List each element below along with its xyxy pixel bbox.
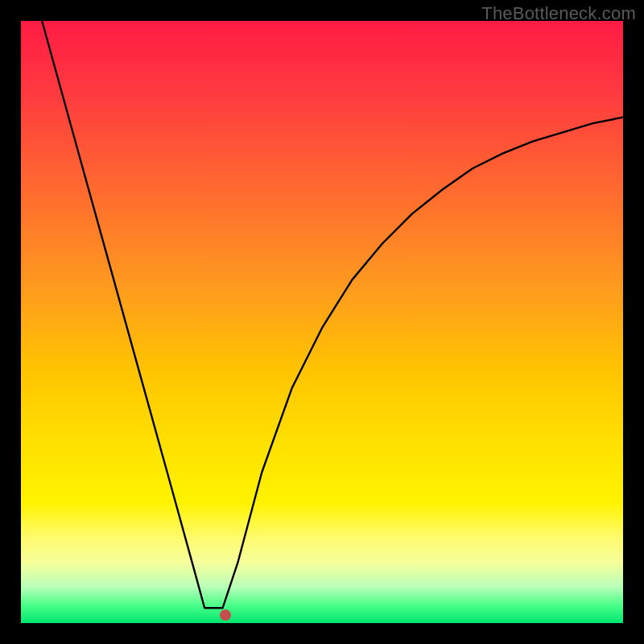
plot-area bbox=[21, 21, 623, 623]
curve-svg bbox=[21, 21, 623, 623]
chart-container: TheBottleneck.com bbox=[0, 0, 644, 644]
min-dot bbox=[220, 609, 231, 621]
bottleneck-curve bbox=[42, 21, 623, 608]
